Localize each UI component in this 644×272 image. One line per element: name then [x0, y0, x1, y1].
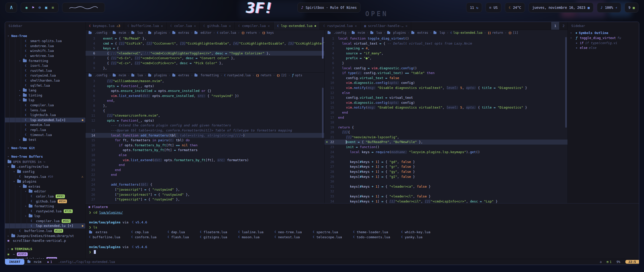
tree-item-editor[interactable]: ▾editor: [5, 189, 85, 194]
tree-item-~[interactable]: ▣~#2859: [5, 252, 85, 257]
code-line[interactable]: 10 vim.diagnostic.config(opts: config): [325, 80, 568, 85]
tree-section-neo-tree-git[interactable]: ▾Neo-Tree Git: [5, 145, 85, 151]
tabpage-1[interactable]: 1: [551, 22, 559, 30]
close-tab-icon[interactable]: ×: [161, 24, 163, 28]
code-line[interactable]: 18 else: [86, 153, 324, 158]
code-line[interactable]: 12 opts = function(_, opts): [86, 118, 324, 123]
volume-widget[interactable]: ♪ 100% ⚡: [597, 3, 621, 13]
close-tab-icon[interactable]: ×: [229, 24, 231, 28]
tree-section-neo-tree-buffers[interactable]: ▾Neo-Tree Buffers: [5, 154, 85, 159]
tab-compiler.lua[interactable]: ☾compiler.lua×: [235, 22, 274, 30]
code-line[interactable]: 9 },: [86, 66, 324, 71]
code-line[interactable]: 24 local keys = require(modname: "lazyvi…: [325, 150, 568, 155]
breadcrumb-item-lua[interactable]: lua: [370, 31, 382, 35]
tree-item-github.lua[interactable]: ☾github.lua#654: [5, 199, 85, 204]
tab-scrollbar-handle-…[interactable]: ▦scrollbar-handle-…×: [361, 22, 412, 30]
tree-item-rustywind.lua[interactable]: ☾rustywind.lua: [5, 73, 85, 78]
tree-item-~/.c/n/l/plugins[interactable]: ▣~/.c/n/l/plugins#3980: [5, 257, 85, 259]
code-line[interactable]: 32: [325, 189, 568, 194]
code-line[interactable]: 13 config.virtual_text = virtual_text: [325, 95, 568, 100]
breadcrumb-item-formatting[interactable]: formatting: [194, 74, 219, 77]
close-tab-icon[interactable]: ×: [194, 24, 196, 28]
breadcrumb-item-return[interactable]: {}return: [242, 31, 257, 35]
code-line[interactable]: 30: [325, 179, 568, 184]
tree-item-scrollbar-handle-vertical.p[interactable]: ▦scrollbar-handle-vertical.p: [5, 238, 85, 243]
code-line[interactable]: 25 ["javascript"] = { "rustywind" },: [86, 187, 324, 192]
code-line[interactable]: 29 keys[#keys + 1] = { "gI", false }: [325, 174, 568, 179]
code-line[interactable]: 27 keys[#keys + 1] = { "gr", false }: [325, 164, 568, 169]
tree-item-keymaps.lua[interactable]: ☾keymaps.lua#10⚠: [5, 174, 85, 179]
breadcrumb-item-extras[interactable]: extras: [172, 31, 189, 35]
code-line[interactable]: 17end: [325, 115, 568, 120]
now-playing-widget[interactable]: ♪ Spiritbox - Rule Of Nines: [297, 3, 360, 13]
updates-widget[interactable]: 11 ↻: [466, 3, 482, 13]
code-line[interactable]: 7 { [1]"<S-C>", [2]"<cmd>CccConvert<cr>"…: [86, 56, 324, 61]
code-line[interactable]: 3 [1]"williamboman/mason.nvim",: [86, 79, 324, 84]
record-icon[interactable]: ⊙: [38, 5, 41, 10]
breadcrumb-item-return[interactable]: []return: [488, 31, 503, 35]
code-line[interactable]: 34 keys[#keys + 1] = { [1]"<leader>cil",…: [325, 199, 568, 203]
tree-item-shellharden.lua[interactable]: ☾shellharden.lua: [5, 78, 85, 83]
scrollbar-thumb[interactable]: [322, 37, 324, 59]
code-line[interactable]: 4 opts = function(_, opts): [86, 84, 324, 89]
breadcrumb-item-editor[interactable]: editor: [194, 31, 211, 35]
tree-item-rustfmt.lua[interactable]: ☾rustfmt.lua: [5, 68, 85, 73]
tree-section-neo-tree[interactable]: ▾Neo-Tree: [5, 33, 85, 39]
code-line[interactable]: 6 { [1]"<leader>uC", [2]"<cmd>CccHighlig…: [86, 51, 324, 56]
code-line[interactable]: 26 keys[#keys + 1] = { "gd", false }: [325, 159, 568, 164]
tree-item-timeout.lua[interactable]: ☾timeout.lua: [5, 132, 85, 137]
code-line[interactable]: 20 [1]{: [325, 130, 568, 135]
tree-item-bufferline.lua[interactable]: ☾bufferline.lua#328: [5, 228, 85, 233]
tree-item-lens.lua[interactable]: ☾lens.lua: [5, 108, 85, 113]
tree-item-lang[interactable]: ▸lang: [5, 88, 85, 93]
code-line[interactable]: 23: [86, 177, 324, 182]
code-line[interactable]: 7 local config = vim.diagnostic.config(): [325, 66, 568, 71]
code-line[interactable]: 3 event = { "BufRead" },: [86, 36, 324, 41]
scrollbar-thumb[interactable]: [565, 37, 567, 128]
code-line[interactable]: 33 keys[#keys + 1] = { "<leader>cl", fal…: [325, 194, 568, 199]
keyboard-layout-widget[interactable]: ⊞ US: [486, 3, 501, 13]
tree-item-OPEN BUFFERS in ~[interactable]: OPEN BUFFERS in ~: [5, 159, 85, 164]
symbol-item-if[interactable]: ◈ifif type(config.vi: [568, 41, 639, 46]
editor-pane-lsp-extended-lua[interactable]: .config›nvim›lua›plugins›extras›lsp›☾lsp…: [325, 30, 568, 203]
breadcrumb-item-.config[interactable]: .config: [328, 31, 346, 35]
code-line[interactable]: 2 local virtual_text = { -- Default virt…: [325, 41, 568, 46]
code-line[interactable]: 14 local function add_formatters(tbl :ta…: [86, 133, 324, 138]
tab-lsp-extended.lua[interactable]: ☾lsp-extended.lua●: [274, 22, 320, 30]
code-line[interactable]: 9 {: [86, 108, 324, 113]
code-lsp-extended-lua[interactable]: 1local function toggle_diag_virtext()2 l…: [325, 36, 568, 203]
tree-item-lsp[interactable]: ▾lsp: [5, 98, 85, 103]
editor-pane-rustywind-lua[interactable]: .config›nvim›lua›plugins›extras›formatti…: [86, 72, 324, 203]
tab-keymaps.lua[interactable]: ☾keymaps.lua⚠3: [86, 22, 124, 30]
clipboard-icon[interactable]: ▣: [45, 5, 47, 10]
date-widget[interactable]: jueves, noviembre 16, 2023 ▦: [529, 3, 593, 13]
close-tab-icon[interactable]: ×: [268, 24, 270, 28]
tree-item-lsp-extended.lu [+][interactable]: ☾lsp-extended.lu [+]●: [5, 223, 85, 228]
tree-item-lsp-extended.lu[+][interactable]: ☾lsp-extended.lu[+]●: [5, 118, 85, 123]
breadcrumb-item-nvim[interactable]: nvim: [352, 31, 365, 35]
dashboard-icon[interactable]: ◉: [25, 5, 28, 10]
close-tab-icon[interactable]: ×: [406, 24, 408, 28]
breadcrumb-item-.config[interactable]: .config: [89, 31, 107, 35]
tree-item-extras[interactable]: ▾extras: [5, 184, 85, 189]
breadcrumb-item-[2][interactable]: {}[2]: [277, 74, 287, 77]
code-line[interactable]: 27 ["typescript"] = { "rustywind" },: [86, 197, 324, 202]
terminal-output[interactable]: ❯cd lua/plugins/nvim/lua/plugins via ☾v5…: [86, 210, 639, 259]
tree-item-smart-splits.lua[interactable]: ☾smart-splits.lua: [5, 39, 85, 44]
workspace-widget[interactable]: 9 ▦: [625, 3, 638, 13]
tree-item-plugins[interactable]: ▾plugins: [5, 179, 85, 184]
code-line[interactable]: 6 }: [325, 61, 568, 66]
breadcrumb-item-color.lua[interactable]: ☾color.lua: [217, 31, 236, 35]
code-line[interactable]: 1local function toggle_diag_virtext(): [325, 36, 568, 41]
breadcrumb-item-extras[interactable]: extras: [411, 31, 428, 35]
code-line[interactable]: 25: [325, 154, 568, 159]
launcher-button[interactable]: Λ: [6, 3, 17, 13]
neotree-panel[interactable]: ▾Neo-Tree☾smart-splits.lua☾undotree.lua☾…: [5, 30, 85, 259]
tree-item-compiler.lua[interactable]: ☾compiler.lua#682: [5, 219, 85, 224]
code-color-lua[interactable]: 3 event = { "BufRead" },4 cmd = { [1]"Cc…: [86, 36, 324, 72]
flag-icon[interactable]: ⚑: [32, 5, 34, 10]
breadcrumb-item-lua[interactable]: lua: [131, 74, 143, 77]
tree-item-.config/nvim/lua[interactable]: ▾.config/nvim/lua: [5, 164, 85, 169]
tree-section-terminals[interactable]: ▾▣TERMINALS: [5, 246, 85, 252]
tree-item-color.lua[interactable]: ☾color.lua#493: [5, 194, 85, 199]
